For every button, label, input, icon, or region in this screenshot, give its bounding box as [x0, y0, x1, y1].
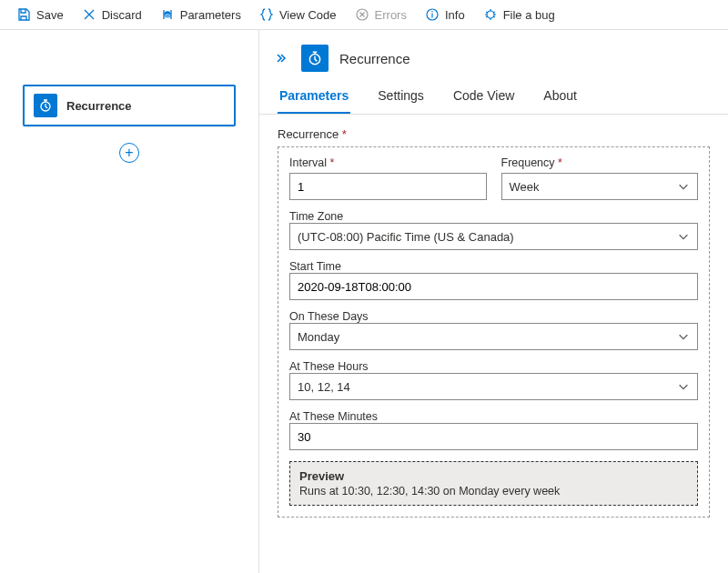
code-braces-icon	[259, 7, 274, 22]
view-code-button[interactable]: View Code	[250, 4, 346, 25]
error-icon	[355, 7, 369, 22]
tab-parameters[interactable]: Parameters	[278, 83, 350, 114]
hours-value: 10, 12, 14	[298, 380, 350, 394]
days-select[interactable]: Monday	[289, 323, 698, 350]
discard-label: Discard	[102, 8, 142, 22]
chevron-down-icon	[677, 380, 690, 393]
file-bug-button[interactable]: File a bug	[474, 4, 564, 25]
recurrence-card[interactable]: Recurrence	[23, 85, 236, 126]
tab-code-view[interactable]: Code View	[451, 83, 516, 114]
parameters-button[interactable]: @ Parameters	[151, 4, 250, 25]
timer-icon	[34, 94, 57, 117]
timezone-value: (UTC-08:00) Pacific Time (US & Canada)	[298, 230, 514, 244]
preview-box: Preview Runs at 10:30, 12:30, 14:30 on M…	[289, 461, 698, 506]
panel-title: Recurrence	[339, 51, 410, 66]
parameters-label: Parameters	[180, 8, 241, 22]
errors-label: Errors	[375, 8, 407, 22]
recurrence-card-title: Recurrence	[66, 99, 132, 113]
view-code-label: View Code	[279, 8, 337, 22]
svg-text:@: @	[165, 13, 170, 18]
interval-label: Interval	[289, 156, 487, 169]
recurrence-section-label: Recurrence	[278, 127, 710, 141]
save-button[interactable]: Save	[7, 4, 73, 25]
info-button[interactable]: Info	[416, 4, 474, 25]
tab-about[interactable]: About	[541, 83, 579, 114]
recurrence-section: Interval Frequency Week Time Zone (	[278, 146, 710, 518]
toolbar: Save Discard @ Parameters View Code Erro…	[0, 0, 728, 30]
tab-settings[interactable]: Settings	[376, 83, 426, 114]
interval-input[interactable]	[289, 173, 487, 200]
close-icon	[82, 7, 96, 22]
details-panel: Recurrence Parameters Settings Code View…	[259, 30, 728, 573]
designer-canvas: Recurrence +	[0, 30, 259, 573]
parameters-icon: @	[160, 7, 175, 22]
starttime-label: Start Time	[289, 260, 341, 273]
plus-icon: +	[125, 145, 133, 161]
hours-label: At These Hours	[289, 360, 369, 373]
minutes-input[interactable]	[289, 423, 698, 450]
add-step-button[interactable]: +	[119, 143, 139, 163]
preview-title: Preview	[299, 469, 688, 483]
chevron-down-icon	[677, 180, 690, 193]
timer-icon	[301, 45, 329, 72]
collapse-panel-button[interactable]	[272, 49, 290, 67]
discard-button[interactable]: Discard	[73, 4, 151, 25]
chevron-down-icon	[677, 330, 690, 343]
svg-point-4	[487, 11, 494, 18]
hours-select[interactable]: 10, 12, 14	[289, 373, 698, 400]
frequency-label: Frequency	[501, 156, 699, 169]
errors-button: Errors	[346, 4, 416, 25]
starttime-input[interactable]	[289, 273, 698, 300]
timezone-select[interactable]: (UTC-08:00) Pacific Time (US & Canada)	[289, 223, 698, 250]
tabs: Parameters Settings Code View About	[259, 83, 728, 115]
preview-text: Runs at 10:30, 12:30, 14:30 on Monday ev…	[299, 485, 688, 498]
save-icon	[16, 7, 31, 22]
days-label: On These Days	[289, 310, 369, 323]
bug-icon	[483, 7, 498, 22]
chevron-down-icon	[677, 230, 690, 243]
minutes-label: At These Minutes	[289, 410, 378, 423]
timezone-label: Time Zone	[289, 210, 343, 223]
frequency-select[interactable]: Week	[501, 173, 699, 200]
days-value: Monday	[298, 330, 339, 344]
info-icon	[425, 7, 440, 22]
frequency-value: Week	[510, 180, 540, 194]
file-bug-label: File a bug	[503, 8, 555, 22]
save-label: Save	[36, 8, 64, 22]
info-label: Info	[445, 8, 465, 22]
